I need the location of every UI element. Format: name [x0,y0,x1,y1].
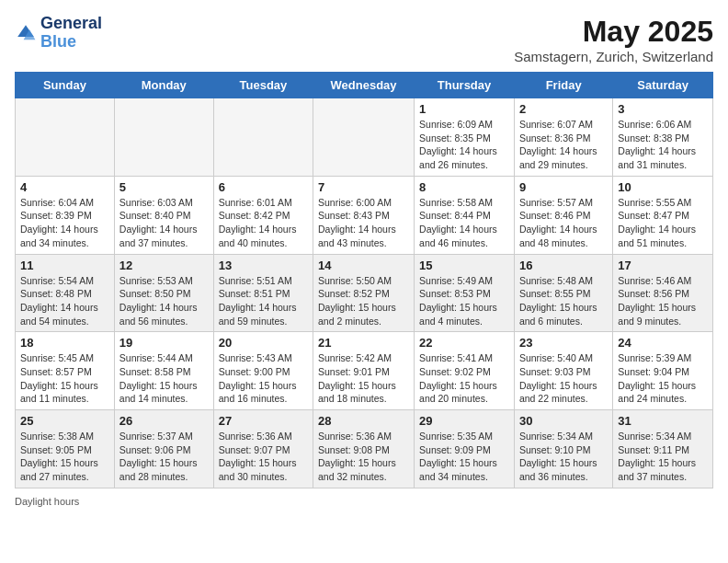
day-number: 13 [219,259,308,272]
calendar-cell [16,98,115,177]
day-info: Sunrise: 5:54 AM Sunset: 8:48 PM Dayligh… [20,274,109,328]
calendar-cell: 21Sunrise: 5:42 AM Sunset: 9:01 PM Dayli… [313,332,415,410]
day-number: 18 [20,336,109,350]
day-number: 6 [219,180,308,194]
day-info: Sunrise: 6:03 AM Sunset: 8:40 PM Dayligh… [119,196,209,250]
day-number: 17 [618,259,708,272]
day-number: 5 [119,180,209,194]
day-number: 11 [20,259,109,272]
day-number: 15 [419,259,509,272]
day-info: Sunrise: 6:07 AM Sunset: 8:36 PM Dayligh… [519,118,608,172]
day-number: 10 [618,180,708,194]
calendar-cell: 19Sunrise: 5:44 AM Sunset: 8:58 PM Dayli… [114,332,213,410]
day-number: 23 [519,336,608,350]
day-info: Sunrise: 5:36 AM Sunset: 9:08 PM Dayligh… [318,430,409,484]
day-info: Sunrise: 5:36 AM Sunset: 9:07 PM Dayligh… [219,430,308,484]
calendar-cell: 7Sunrise: 6:00 AM Sunset: 8:43 PM Daylig… [313,176,415,254]
day-info: Sunrise: 5:57 AM Sunset: 8:46 PM Dayligh… [519,196,608,250]
day-info: Sunrise: 5:48 AM Sunset: 8:55 PM Dayligh… [519,274,608,328]
calendar-cell: 4Sunrise: 6:04 AM Sunset: 8:39 PM Daylig… [16,176,115,254]
day-info: Sunrise: 5:44 AM Sunset: 8:58 PM Dayligh… [119,351,209,406]
calendar-cell: 17Sunrise: 5:46 AM Sunset: 8:56 PM Dayli… [613,254,713,332]
day-number: 22 [419,336,509,350]
calendar-table: SundayMondayTuesdayWednesdayThursdayFrid… [15,72,713,488]
header-saturday: Saturday [613,73,713,98]
day-number: 9 [519,180,608,194]
calendar-cell: 28Sunrise: 5:36 AM Sunset: 9:08 PM Dayli… [313,410,415,488]
week-row-2: 11Sunrise: 5:54 AM Sunset: 8:48 PM Dayli… [16,254,713,332]
header-tuesday: Tuesday [213,73,313,98]
day-number: 4 [20,180,109,194]
calendar-cell [114,98,213,177]
day-info: Sunrise: 5:58 AM Sunset: 8:44 PM Dayligh… [419,196,509,250]
day-number: 20 [219,336,308,350]
calendar-cell: 2Sunrise: 6:07 AM Sunset: 8:36 PM Daylig… [514,98,612,177]
day-info: Sunrise: 5:49 AM Sunset: 8:53 PM Dayligh… [419,274,509,328]
calendar-cell: 25Sunrise: 5:38 AM Sunset: 9:05 PM Dayli… [16,410,115,488]
day-info: Sunrise: 5:50 AM Sunset: 8:52 PM Dayligh… [318,274,409,328]
calendar-cell [213,98,313,177]
calendar-cell: 30Sunrise: 5:34 AM Sunset: 9:10 PM Dayli… [514,410,612,488]
calendar-cell: 14Sunrise: 5:50 AM Sunset: 8:52 PM Dayli… [313,254,415,332]
day-number: 1 [419,102,509,116]
calendar-cell: 24Sunrise: 5:39 AM Sunset: 9:04 PM Dayli… [613,332,713,410]
day-number: 12 [119,259,209,272]
calendar-cell: 8Sunrise: 5:58 AM Sunset: 8:44 PM Daylig… [415,176,515,254]
day-info: Sunrise: 5:46 AM Sunset: 8:56 PM Dayligh… [618,274,708,328]
day-number: 27 [219,414,308,428]
calendar-cell: 9Sunrise: 5:57 AM Sunset: 8:46 PM Daylig… [514,176,612,254]
day-number: 31 [618,414,708,428]
calendar-cell: 31Sunrise: 5:34 AM Sunset: 9:11 PM Dayli… [613,410,713,488]
week-row-3: 18Sunrise: 5:45 AM Sunset: 8:57 PM Dayli… [16,332,713,410]
calendar-cell: 11Sunrise: 5:54 AM Sunset: 8:48 PM Dayli… [16,254,115,332]
day-info: Sunrise: 6:09 AM Sunset: 8:35 PM Dayligh… [419,118,509,172]
logo-line1: General [40,15,102,33]
logo-icon [15,22,37,44]
day-info: Sunrise: 5:40 AM Sunset: 9:03 PM Dayligh… [519,351,608,406]
day-info: Sunrise: 5:53 AM Sunset: 8:50 PM Dayligh… [119,274,209,328]
calendar-cell: 20Sunrise: 5:43 AM Sunset: 9:00 PM Dayli… [213,332,313,410]
calendar-cell: 3Sunrise: 6:06 AM Sunset: 8:38 PM Daylig… [613,98,713,177]
calendar-title: May 2025 [514,15,713,49]
calendar-cell: 13Sunrise: 5:51 AM Sunset: 8:51 PM Dayli… [213,254,313,332]
day-number: 24 [618,336,708,350]
calendar-cell: 22Sunrise: 5:41 AM Sunset: 9:02 PM Dayli… [415,332,515,410]
calendar-cell: 1Sunrise: 6:09 AM Sunset: 8:35 PM Daylig… [415,98,515,177]
day-info: Sunrise: 6:00 AM Sunset: 8:43 PM Dayligh… [318,196,409,250]
calendar-cell: 15Sunrise: 5:49 AM Sunset: 8:53 PM Dayli… [415,254,515,332]
calendar-cell: 26Sunrise: 5:37 AM Sunset: 9:06 PM Dayli… [114,410,213,488]
calendar-cell: 5Sunrise: 6:03 AM Sunset: 8:40 PM Daylig… [114,176,213,254]
title-block: May 2025 Samstagern, Zurich, Switzerland [514,15,713,64]
day-info: Sunrise: 5:51 AM Sunset: 8:51 PM Dayligh… [219,274,308,328]
footer: Daylight hours [15,496,713,507]
day-number: 29 [419,414,509,428]
day-number: 3 [618,102,708,116]
logo: General Blue [15,15,102,52]
day-number: 28 [318,414,409,428]
week-row-0: 1Sunrise: 6:09 AM Sunset: 8:35 PM Daylig… [16,98,713,177]
header-thursday: Thursday [415,73,515,98]
header-row: SundayMondayTuesdayWednesdayThursdayFrid… [16,73,713,98]
day-number: 19 [119,336,209,350]
day-number: 26 [119,414,209,428]
day-info: Sunrise: 5:34 AM Sunset: 9:11 PM Dayligh… [618,430,708,484]
day-number: 7 [318,180,409,194]
calendar-cell: 10Sunrise: 5:55 AM Sunset: 8:47 PM Dayli… [613,176,713,254]
week-row-1: 4Sunrise: 6:04 AM Sunset: 8:39 PM Daylig… [16,176,713,254]
day-number: 21 [318,336,409,350]
logo-text: General Blue [40,15,102,52]
day-info: Sunrise: 5:39 AM Sunset: 9:04 PM Dayligh… [618,351,708,406]
footer-text: Daylight hours [15,496,79,507]
day-info: Sunrise: 5:43 AM Sunset: 9:00 PM Dayligh… [219,351,308,406]
day-info: Sunrise: 5:38 AM Sunset: 9:05 PM Dayligh… [20,430,109,484]
day-number: 30 [519,414,608,428]
day-info: Sunrise: 5:37 AM Sunset: 9:06 PM Dayligh… [119,430,209,484]
calendar-cell: 18Sunrise: 5:45 AM Sunset: 8:57 PM Dayli… [16,332,115,410]
calendar-cell: 6Sunrise: 6:01 AM Sunset: 8:42 PM Daylig… [213,176,313,254]
day-info: Sunrise: 6:06 AM Sunset: 8:38 PM Dayligh… [618,118,708,172]
page-header: General Blue May 2025 Samstagern, Zurich… [15,15,713,64]
header-wednesday: Wednesday [313,73,415,98]
day-info: Sunrise: 5:41 AM Sunset: 9:02 PM Dayligh… [419,351,509,406]
day-info: Sunrise: 6:01 AM Sunset: 8:42 PM Dayligh… [219,196,308,250]
calendar-cell: 23Sunrise: 5:40 AM Sunset: 9:03 PM Dayli… [514,332,612,410]
